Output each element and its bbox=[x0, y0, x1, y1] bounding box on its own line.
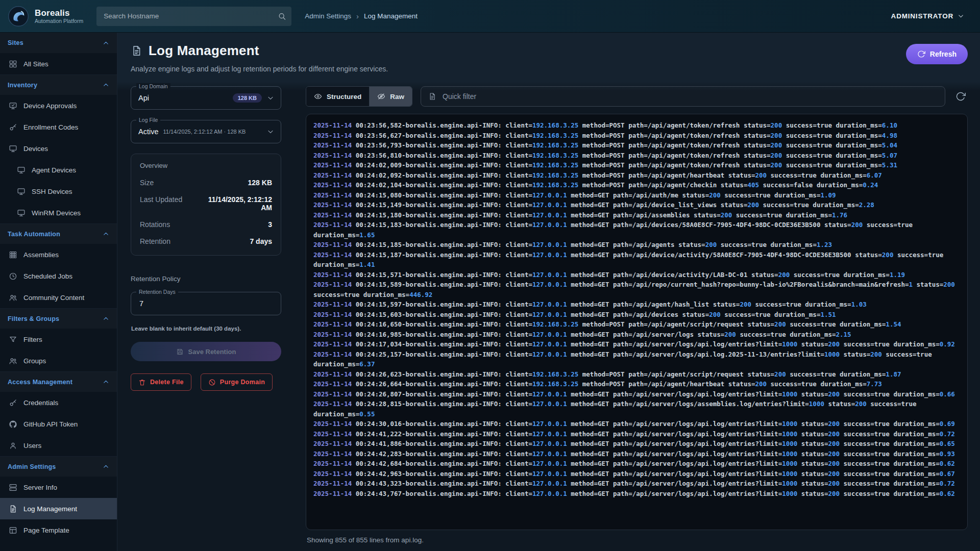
sidebar-item-all-sites[interactable]: All Sites bbox=[0, 53, 117, 74]
sidebar: SitesAll SitesInventoryDevice ApprovalsE… bbox=[0, 33, 117, 551]
view-mode-toggle: StructuredRaw bbox=[306, 86, 412, 107]
chevron-down-icon bbox=[957, 12, 965, 20]
retention-days-input[interactable] bbox=[138, 299, 275, 308]
brand-name: Borealis bbox=[35, 8, 83, 18]
borealis-logo-icon bbox=[7, 5, 30, 28]
section-label: Inventory bbox=[8, 82, 37, 89]
sidebar-item-github-api-token[interactable]: GitHub API Token bbox=[0, 413, 117, 435]
chevron-down-icon bbox=[266, 94, 275, 102]
sidebar-item-assemblies[interactable]: Assemblies bbox=[0, 244, 117, 265]
sidebar-item-users[interactable]: Users bbox=[0, 435, 117, 456]
sidebar-item-label: Page Template bbox=[23, 527, 69, 534]
danger-actions: Delete File Purge Domain bbox=[131, 373, 281, 391]
brand-subtitle: Automation Platform bbox=[35, 18, 83, 24]
log-line: 2025-11-14 00:24:26,664-borealis.engine.… bbox=[313, 379, 960, 389]
refresh-button[interactable]: Refresh bbox=[906, 44, 968, 64]
delete-file-button[interactable]: Delete File bbox=[131, 373, 191, 391]
sidebar-item-ssh-devices[interactable]: SSH Devices bbox=[0, 181, 117, 202]
people-icon bbox=[9, 357, 17, 365]
raw-view-button[interactable]: Raw bbox=[369, 87, 412, 106]
breadcrumb-parent[interactable]: Admin Settings bbox=[305, 12, 351, 20]
sidebar-item-winrm-devices[interactable]: WinRM Devices bbox=[0, 202, 117, 223]
sidebar-item-scheduled-jobs[interactable]: Scheduled Jobs bbox=[0, 265, 117, 287]
layout-icon bbox=[9, 526, 17, 535]
log-domain-label: Log Domain bbox=[136, 83, 170, 89]
breadcrumb-separator: › bbox=[356, 12, 359, 20]
log-icon bbox=[9, 505, 17, 513]
search-icon[interactable] bbox=[278, 12, 286, 20]
sidebar-item-enrollment-codes[interactable]: Enrollment Codes bbox=[0, 116, 117, 138]
log-line: 2025-11-14 00:23:56,810-borealis.engine.… bbox=[313, 151, 960, 161]
log-domain-value: Api bbox=[138, 94, 149, 102]
breadcrumb: Admin Settings › Log Management bbox=[305, 12, 418, 20]
log-line: 2025-11-14 00:24:41,886-borealis.engine.… bbox=[313, 439, 960, 449]
sidebar-item-community-content[interactable]: Community Content bbox=[0, 287, 117, 308]
overview-row-rotations: Rotations 3 bbox=[140, 220, 272, 229]
chevron-up-icon bbox=[102, 81, 110, 89]
log-file-select[interactable]: Log File Active 11/14/2025, 2:12:12 AM ·… bbox=[131, 120, 281, 143]
grid-small-icon bbox=[9, 251, 17, 259]
app-layout: SitesAll SitesInventoryDevice ApprovalsE… bbox=[0, 33, 980, 551]
sidebar-item-devices[interactable]: Devices bbox=[0, 138, 117, 159]
section-label: Task Automation bbox=[8, 231, 60, 238]
monitor-icon bbox=[17, 187, 26, 196]
sidebar-item-page-template[interactable]: Page Template bbox=[0, 519, 117, 541]
log-line: 2025-11-14 00:24:26,623-borealis.engine.… bbox=[313, 369, 960, 380]
sidebar-item-log-management[interactable]: Log Management bbox=[0, 498, 117, 519]
sidebar-item-label: Community Content bbox=[23, 294, 84, 302]
viewer-toolbar: StructuredRaw bbox=[306, 86, 968, 107]
log-line: 2025-11-14 00:24:41,222-borealis.engine.… bbox=[313, 429, 960, 439]
sidebar-section-inventory[interactable]: Inventory bbox=[0, 74, 117, 95]
log-line: 2025-11-14 00:24:15,571-borealis.engine.… bbox=[313, 270, 960, 280]
sidebar-item-label: Users bbox=[23, 442, 41, 449]
save-retention-button[interactable]: Save Retention bbox=[131, 342, 281, 361]
refresh-icon bbox=[955, 91, 966, 102]
reload-logs-button[interactable] bbox=[953, 89, 968, 104]
sidebar-item-label: Server Info bbox=[23, 484, 57, 491]
log-file-label: Log File bbox=[136, 117, 160, 123]
people-icon bbox=[9, 293, 17, 302]
sidebar-item-credentials[interactable]: Credentials bbox=[0, 392, 117, 413]
delete-file-label: Delete File bbox=[150, 379, 184, 386]
funnel-icon bbox=[9, 335, 17, 344]
sidebar-section-filters-groups[interactable]: Filters & Groups bbox=[0, 308, 117, 329]
purge-domain-button[interactable]: Purge Domain bbox=[201, 373, 273, 391]
sidebar-item-filters[interactable]: Filters bbox=[0, 329, 117, 350]
sidebar-item-label: Devices bbox=[23, 145, 48, 153]
topbar: Borealis Automation Platform Admin Setti… bbox=[0, 0, 980, 33]
log-controls-panel: Log Domain Api 128 KB Log File Active 11… bbox=[131, 86, 281, 551]
retention-hint: Leave blank to inherit default (30 days)… bbox=[131, 325, 281, 332]
sidebar-section-sites[interactable]: Sites bbox=[0, 33, 117, 53]
sidebar-item-groups[interactable]: Groups bbox=[0, 350, 117, 371]
retention-policy-title: Retention Policy bbox=[131, 275, 281, 283]
sidebar-item-server-info[interactable]: Server Info bbox=[0, 477, 117, 498]
search-input[interactable] bbox=[96, 7, 291, 26]
log-line: 2025-11-14 00:24:15,185-borealis.engine.… bbox=[313, 240, 960, 250]
sidebar-nav: SitesAll SitesInventoryDevice ApprovalsE… bbox=[0, 33, 117, 541]
sidebar-item-label: Device Approvals bbox=[23, 102, 77, 110]
log-domain-select[interactable]: Log Domain Api 128 KB bbox=[131, 86, 281, 110]
user-menu-button[interactable]: ADMINISTRATOR bbox=[888, 12, 968, 20]
section-label: Admin Settings bbox=[8, 463, 56, 470]
sidebar-section-access-management[interactable]: Access Management bbox=[0, 371, 117, 392]
sidebar-item-agent-devices[interactable]: Agent Devices bbox=[0, 159, 117, 181]
quick-filter-input[interactable] bbox=[442, 92, 938, 101]
chevron-down-icon bbox=[266, 128, 275, 136]
log-file-meta: 11/14/2025, 2:12:12 AM · 128 KB bbox=[163, 129, 262, 135]
log-line: 2025-11-14 00:24:02,104-borealis.engine.… bbox=[313, 180, 960, 190]
log-line: 2025-11-14 00:24:15,589-borealis.engine.… bbox=[313, 280, 960, 299]
trash-icon bbox=[138, 379, 146, 386]
structured-view-button[interactable]: Structured bbox=[306, 87, 369, 106]
sidebar-item-device-approvals[interactable]: Device Approvals bbox=[0, 95, 117, 116]
sidebar-item-label: SSH Devices bbox=[32, 188, 72, 195]
brand[interactable]: Borealis Automation Platform bbox=[7, 5, 83, 28]
log-output[interactable]: 2025-11-14 00:23:56,582-borealis.engine.… bbox=[306, 114, 968, 530]
purge-domain-label: Purge Domain bbox=[220, 379, 265, 386]
overview-row-size: Size 128 KB bbox=[140, 179, 272, 187]
main-content: Log Management Analyze engine logs and a… bbox=[117, 33, 980, 551]
log-management-icon bbox=[131, 45, 142, 57]
sidebar-section-admin-settings[interactable]: Admin Settings bbox=[0, 456, 117, 477]
sidebar-section-task-automation[interactable]: Task Automation bbox=[0, 223, 117, 244]
log-line: 2025-11-14 00:24:17,034-borealis.engine.… bbox=[313, 339, 960, 349]
overview-card: Overview Size 128 KB Last Updated 11/14/… bbox=[131, 154, 281, 256]
